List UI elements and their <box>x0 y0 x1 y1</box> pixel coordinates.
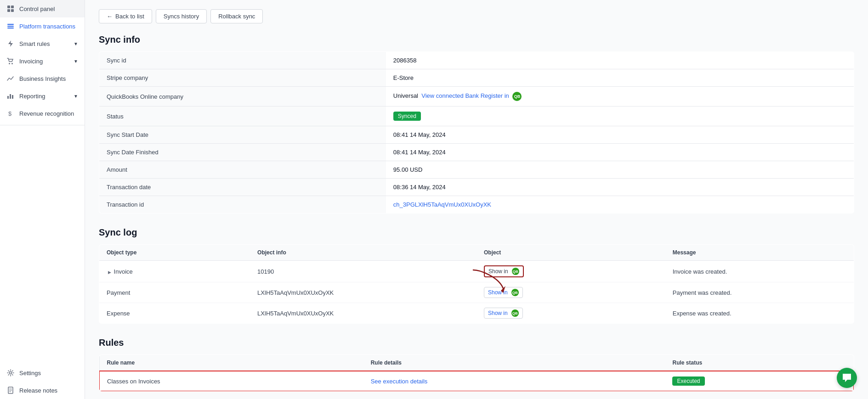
sidebar-item-platform-transactions[interactable]: Platform transactions <box>0 17 85 35</box>
object-type-cell: ▶ Invoice <box>99 261 250 282</box>
chart-icon <box>6 74 15 83</box>
sidebar-item-label: Reporting <box>19 93 45 100</box>
message-cell: Invoice was created. <box>665 261 854 282</box>
list-icon <box>6 22 15 30</box>
object-info-cell: 10190 <box>250 261 477 282</box>
sidebar-item-label: Control panel <box>19 6 55 12</box>
gear-icon <box>6 369 15 377</box>
back-to-list-button[interactable]: ← Back to list <box>99 9 152 23</box>
sidebar-item-invoicing[interactable]: Invoicing ▼ <box>0 52 85 70</box>
view-bank-register-link[interactable]: View connected Bank Register in <box>421 92 509 99</box>
col-header-object: Object <box>477 245 665 261</box>
file-icon <box>6 386 15 394</box>
show-in-button[interactable]: Show in QB <box>484 308 523 319</box>
rules-title: Rules <box>99 337 854 348</box>
col-header-rule-details: Rule details <box>363 355 665 371</box>
show-in-button[interactable]: Show in QB <box>484 287 523 298</box>
table-row: Sync id 2086358 <box>99 52 854 69</box>
sidebar-item-revenue-recognition[interactable]: $ Revenue recognition <box>0 105 85 122</box>
rule-details-cell: See execution details <box>363 371 665 391</box>
sidebar-item-label: Settings <box>19 370 41 377</box>
quickbooks-icon: QB <box>511 289 519 296</box>
dollar-icon: $ <box>6 109 15 118</box>
sidebar-item-label: Revenue recognition <box>19 110 74 117</box>
row-label: Sync Start Date <box>99 126 386 144</box>
svg-point-9 <box>11 63 13 64</box>
sidebar-item-label: Platform transactions <box>19 23 75 30</box>
table-header-row: Object type Object info Object Message <box>99 245 854 261</box>
transaction-id-link[interactable]: ch_3PGLXlH5TaAqVmUx0XUxOyXK <box>393 201 491 208</box>
table-row: Amount 95.00 USD <box>99 161 854 179</box>
table-row: Status Synced <box>99 107 854 126</box>
row-value: 2086358 <box>386 52 854 69</box>
chevron-down-icon: ▼ <box>74 41 78 46</box>
row-value: 08:41 14 May, 2024 <box>386 144 854 161</box>
row-label: Sync id <box>99 52 386 69</box>
sidebar-item-release-notes[interactable]: Release notes <box>0 382 85 399</box>
expand-icon[interactable]: ▶ <box>107 270 112 275</box>
table-row: ▶ Invoice 10190 Show in QB Invoice was c… <box>99 261 854 282</box>
grid-icon <box>6 5 15 13</box>
sidebar: Control panel Platform transactions Smar… <box>0 0 85 399</box>
svg-rect-0 <box>7 6 10 8</box>
object-cell: Show in QB <box>477 282 665 303</box>
row-value: ch_3PGLXlH5TaAqVmUx0XUxOyXK <box>386 196 854 214</box>
sidebar-item-reporting[interactable]: Reporting ▼ <box>0 87 85 105</box>
sidebar-item-settings[interactable]: Settings <box>0 364 85 382</box>
object-info-cell: LXlH5TaAqVmUx0XUxOyXK <box>250 282 477 303</box>
table-row: Classes on Invoices See execution detail… <box>99 371 854 391</box>
svg-marker-7 <box>8 40 13 47</box>
chevron-down-icon: ▼ <box>74 94 78 99</box>
sidebar-item-label: Smart rules <box>19 40 50 47</box>
svg-rect-10 <box>7 96 9 99</box>
rule-name-cell: Classes on Invoices <box>99 371 363 391</box>
row-label: Stripe company <box>99 69 386 87</box>
sidebar-item-control-panel[interactable]: Control panel <box>0 0 85 17</box>
quickbooks-icon: QB <box>511 309 519 317</box>
chat-bubble-button[interactable] <box>837 368 857 388</box>
sidebar-item-label: Invoicing <box>19 58 43 65</box>
cart-icon <box>6 57 15 65</box>
syncs-history-button[interactable]: Syncs history <box>156 9 207 23</box>
execution-details-link[interactable]: See execution details <box>371 378 428 385</box>
row-label: Transaction id <box>99 196 386 214</box>
message-cell: Expense was created. <box>665 303 854 324</box>
sync-info-table: Sync id 2086358 Stripe company E-Store Q… <box>99 51 854 214</box>
quickbooks-icon: QB <box>512 92 522 101</box>
executed-badge: Executed <box>672 377 704 386</box>
message-cell: Payment was created. <box>665 282 854 303</box>
zap-icon <box>6 39 15 48</box>
table-row: Sync Start Date 08:41 14 May, 2024 <box>99 126 854 144</box>
svg-rect-1 <box>11 6 14 8</box>
row-value: 95.00 USD <box>386 161 854 179</box>
svg-rect-4 <box>7 24 14 25</box>
svg-rect-2 <box>7 9 10 12</box>
svg-rect-12 <box>12 95 13 99</box>
table-row: Transaction date 08:36 14 May, 2024 <box>99 179 854 196</box>
row-label: Sync Date Finished <box>99 144 386 161</box>
object-info-cell: LXlH5TaAqVmUx0XUxOyXK <box>250 303 477 324</box>
sidebar-item-label: Business Insights <box>19 75 66 82</box>
table-row: Sync Date Finished 08:41 14 May, 2024 <box>99 144 854 161</box>
quickbooks-icon: QB <box>512 268 519 275</box>
rollback-sync-button[interactable]: Rollback sync <box>210 9 263 23</box>
show-in-button[interactable]: Show in QB <box>484 265 524 277</box>
svg-point-8 <box>9 63 10 64</box>
sidebar-item-smart-rules[interactable]: Smart rules ▼ <box>0 35 85 52</box>
sync-log-section: Sync log Object type Object info Object … <box>99 227 854 324</box>
table-header-row: Rule name Rule details Rule status <box>99 355 854 371</box>
table-row: Transaction id ch_3PGLXlH5TaAqVmUx0XUxOy… <box>99 196 854 214</box>
sidebar-item-business-insights[interactable]: Business Insights <box>0 70 85 87</box>
row-value: Synced <box>386 107 854 126</box>
row-value: Universal View connected Bank Register i… <box>386 87 854 107</box>
table-row: QuickBooks Online company Universal View… <box>99 87 854 107</box>
object-cell: Show in QB <box>477 303 665 324</box>
col-header-object-type: Object type <box>99 245 250 261</box>
status-badge: Synced <box>393 112 421 121</box>
rule-status-cell: Executed <box>665 371 854 391</box>
row-value: 08:41 14 May, 2024 <box>386 126 854 144</box>
row-label: QuickBooks Online company <box>99 87 386 107</box>
sync-log-table: Object type Object info Object Message ▶… <box>99 244 854 324</box>
sidebar-bottom: Settings Release notes <box>0 364 85 399</box>
table-row: Payment LXlH5TaAqVmUx0XUxOyXK Show in QB… <box>99 282 854 303</box>
